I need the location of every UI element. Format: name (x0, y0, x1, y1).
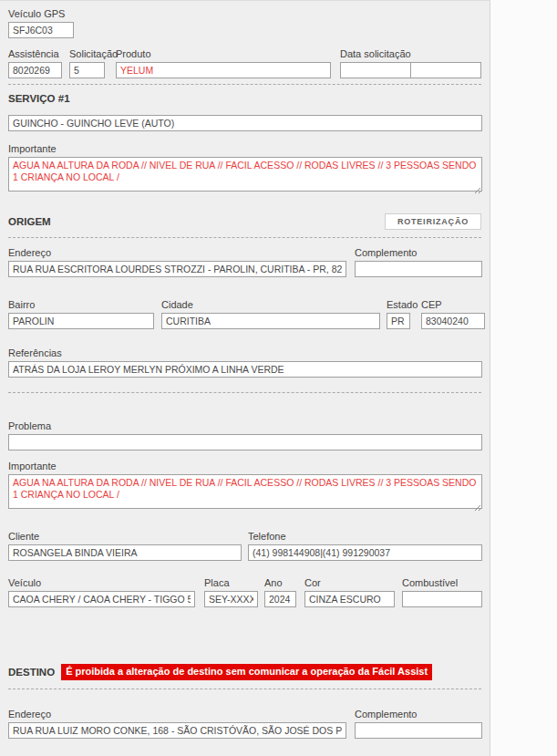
request-date-input[interactable] (340, 62, 411, 78)
phone-input[interactable] (248, 544, 482, 561)
origin-district-field: Bairro (8, 299, 154, 329)
problem-input[interactable] (8, 434, 482, 450)
vehicle-gps-input[interactable] (8, 22, 74, 38)
origin-zip-field: CEP (421, 299, 485, 329)
origin-district-input[interactable] (8, 313, 154, 329)
destination-warning-badge: É proibida a alteração de destino sem co… (61, 664, 432, 680)
plate-input[interactable] (204, 591, 258, 607)
client-field: Cliente (8, 531, 242, 561)
client-label: Cliente (8, 531, 242, 543)
request-label: Solicitação (69, 48, 105, 60)
request-time-input[interactable] (410, 62, 481, 78)
assistance-label: Assistência (8, 48, 62, 60)
assistance-field: Assistência (8, 48, 62, 78)
origin-zip-label: CEP (421, 299, 485, 311)
origin-address-input[interactable] (8, 261, 346, 277)
assistance-input[interactable] (8, 62, 62, 78)
plate-field: Placa (204, 577, 258, 607)
origin-complement-field: Complemento (355, 247, 482, 277)
destination-address-input[interactable] (8, 722, 346, 739)
section-divider (8, 237, 481, 238)
destination-complement-label: Complemento (355, 709, 482, 720)
section-divider (8, 84, 481, 85)
service-order-form: Veículo GPS Assistência Solicitação Prod… (0, 0, 490, 756)
fuel-input[interactable] (402, 591, 482, 607)
request-date-field: Data solicitação (340, 48, 481, 78)
origin-complement-label: Complemento (355, 247, 482, 259)
routing-button[interactable]: ROTEIRIZAÇÃO (385, 213, 481, 230)
fuel-field: Combustível (402, 577, 482, 607)
origin-city-label: Cidade (161, 299, 380, 311)
fuel-label: Combustível (402, 577, 482, 589)
service-important-label: Importante (8, 143, 481, 155)
product-label: Produto (116, 48, 331, 60)
phone-label: Telefone (248, 531, 482, 543)
vehicle-field: Veículo (8, 577, 195, 607)
color-input[interactable] (304, 591, 395, 607)
vehicle-gps-label: Veículo GPS (8, 8, 74, 20)
phone-field: Telefone (248, 531, 482, 561)
color-field: Cor (304, 577, 395, 607)
origin-state-input[interactable] (387, 313, 410, 329)
section-divider (8, 392, 481, 393)
client-input[interactable] (8, 544, 242, 561)
problem-label: Problema (8, 420, 481, 432)
service-important-textarea[interactable]: AGUA NA ALTURA DA RODA // NIVEL DE RUA /… (8, 157, 482, 192)
request-date-label: Data solicitação (340, 48, 481, 60)
origin-references-input[interactable] (8, 361, 482, 378)
origin-address-field: Endereço (8, 247, 346, 277)
origin-district-label: Bairro (8, 299, 154, 311)
origin-complement-input[interactable] (355, 261, 482, 277)
service-type-input[interactable] (8, 115, 482, 131)
year-input[interactable] (264, 591, 296, 607)
service-important-field: Importante AGUA NA ALTURA DA RODA // NIV… (8, 143, 481, 195)
vehicle-gps-field: Veículo GPS (8, 8, 74, 38)
origin-city-field: Cidade (161, 299, 380, 329)
origin-important-textarea[interactable]: AGUA NA ALTURA DA RODA // NIVEL DE RUA /… (8, 474, 482, 509)
request-input[interactable] (69, 62, 105, 78)
destination-address-field: Endereço (8, 709, 346, 739)
origin-zip-input[interactable] (421, 313, 485, 329)
product-field: Produto (116, 48, 331, 78)
year-label: Ano (264, 577, 296, 589)
vehicle-label: Veículo (8, 577, 195, 589)
destination-heading: DESTINO (8, 667, 55, 678)
destination-complement-input[interactable] (355, 722, 482, 739)
origin-state-field: Estado (387, 299, 410, 329)
problem-field: Problema (8, 420, 481, 450)
service-heading: SERVIÇO #1 (8, 93, 481, 105)
origin-address-label: Endereço (8, 247, 346, 259)
year-field: Ano (264, 577, 296, 607)
color-label: Cor (304, 577, 395, 589)
section-divider (8, 689, 481, 689)
plate-label: Placa (204, 577, 258, 589)
request-field: Solicitação (69, 48, 105, 78)
destination-address-label: Endereço (8, 709, 346, 720)
origin-references-label: Referências (8, 347, 481, 359)
vehicle-input[interactable] (8, 591, 195, 607)
product-input[interactable] (116, 62, 331, 78)
origin-important-label: Importante (8, 461, 481, 472)
origin-city-input[interactable] (161, 313, 380, 329)
destination-complement-field: Complemento (355, 709, 482, 739)
origin-important-field: Importante AGUA NA ALTURA DA RODA // NIV… (8, 461, 481, 513)
origin-state-label: Estado (387, 299, 410, 311)
origin-references-field: Referências (8, 347, 481, 378)
origin-heading: ORIGEM (8, 216, 51, 228)
